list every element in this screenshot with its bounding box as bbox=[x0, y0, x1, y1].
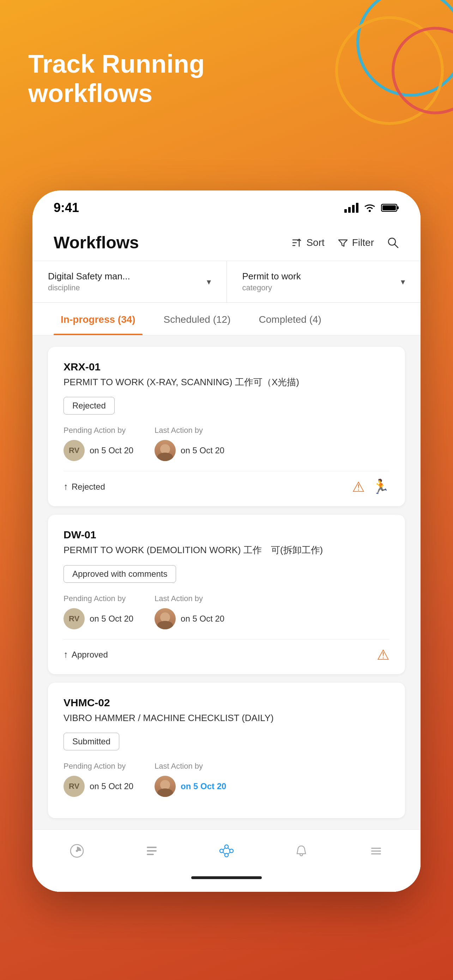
pending-label-dw01: Pending Action by bbox=[64, 594, 134, 603]
svg-line-23 bbox=[228, 848, 230, 850]
card-footer-xrx01: ↑ Rejected ⚠ 🏃 bbox=[64, 478, 389, 495]
workflow-list: XRX-01 PERMIT TO WORK (X-RAY, SCANNING) … bbox=[32, 336, 421, 829]
svg-rect-27 bbox=[371, 851, 381, 851]
svg-point-11 bbox=[388, 238, 396, 245]
last-date-vhmc02: on 5 Oct 20 bbox=[181, 781, 226, 791]
svg-rect-5 bbox=[352, 205, 354, 213]
pending-group-dw01: Pending Action by RV on 5 Oct 20 bbox=[64, 594, 134, 629]
svg-rect-26 bbox=[371, 848, 381, 849]
pending-group-vhmc02: Pending Action by RV on 5 Oct 20 bbox=[64, 762, 134, 797]
last-avatar-dw01 bbox=[154, 608, 176, 629]
svg-rect-6 bbox=[356, 203, 358, 213]
bell-icon bbox=[294, 843, 309, 859]
workflow-card-dw01[interactable]: DW-01 PERMIT TO WORK (DEMOLITION WORK) 工… bbox=[48, 515, 405, 674]
nav-dashboard[interactable] bbox=[62, 840, 92, 862]
pending-date-dw01: on 5 Oct 20 bbox=[90, 614, 134, 624]
home-indicator bbox=[32, 869, 421, 892]
search-icon bbox=[387, 236, 399, 249]
last-avatar-vhmc02 bbox=[154, 776, 176, 797]
pending-label-xrx01: Pending Action by bbox=[64, 426, 134, 435]
svg-line-24 bbox=[228, 852, 230, 854]
sort-label: Sort bbox=[306, 237, 324, 248]
discipline-sublabel: discipline bbox=[48, 283, 130, 293]
svg-point-14 bbox=[76, 850, 78, 852]
svg-line-12 bbox=[395, 245, 398, 248]
svg-point-21 bbox=[225, 853, 228, 857]
workflow-card-vhmc02[interactable]: VHMC-02 VIBRO HAMMER / MACHINE CHECKLIST… bbox=[48, 682, 405, 818]
tab-completed[interactable]: Completed (4) bbox=[252, 303, 329, 335]
svg-rect-28 bbox=[371, 853, 381, 854]
status-badge-dw01: Approved with comments bbox=[64, 565, 176, 583]
filter-icon bbox=[337, 237, 348, 248]
pending-avatar-dw01: RV bbox=[64, 608, 85, 629]
last-group-vhmc02: Last Action by on 5 Oct 20 bbox=[154, 762, 226, 797]
card-id-dw01: DW-01 bbox=[64, 529, 389, 541]
svg-rect-10 bbox=[382, 205, 396, 210]
status-icons bbox=[344, 203, 399, 213]
nav-bell[interactable] bbox=[286, 840, 316, 862]
svg-point-7 bbox=[369, 210, 371, 212]
card-title-vhmc02: VIBRO HAMMER / MACHINE CHECKLIST (DAILY) bbox=[64, 711, 389, 724]
wifi-icon bbox=[363, 203, 376, 213]
menu-icon bbox=[368, 843, 384, 859]
status-badge-vhmc02: Submitted bbox=[64, 733, 119, 750]
svg-rect-9 bbox=[397, 206, 399, 209]
svg-line-25 bbox=[223, 852, 225, 854]
card-icons-dw01: ⚠ bbox=[377, 647, 389, 663]
card-id-xrx01: XRX-01 bbox=[64, 361, 389, 373]
nav-menu[interactable] bbox=[361, 840, 391, 862]
last-user-xrx01: on 5 Oct 20 bbox=[154, 440, 224, 461]
pending-group-xrx01: Pending Action by RV on 5 Oct 20 bbox=[64, 426, 134, 461]
category-sublabel: category bbox=[242, 283, 301, 293]
bottom-nav bbox=[32, 829, 421, 869]
last-user-dw01: on 5 Oct 20 bbox=[154, 608, 224, 629]
running-icon-xrx01: 🏃 bbox=[372, 478, 389, 495]
action-row-dw01: Pending Action by RV on 5 Oct 20 Last Ac… bbox=[64, 594, 389, 629]
tab-inprogress[interactable]: In-progress (34) bbox=[54, 303, 143, 335]
svg-rect-16 bbox=[147, 850, 157, 851]
workflow-card-xrx01[interactable]: XRX-01 PERMIT TO WORK (X-RAY, SCANNING) … bbox=[48, 347, 405, 506]
pending-avatar-xrx01: RV bbox=[64, 440, 85, 461]
last-label-vhmc02: Last Action by bbox=[154, 762, 226, 771]
pending-date-xrx01: on 5 Oct 20 bbox=[90, 445, 134, 455]
discipline-chevron-icon: ▾ bbox=[207, 277, 211, 287]
svg-rect-3 bbox=[344, 209, 347, 213]
nav-list[interactable] bbox=[137, 840, 167, 862]
svg-rect-4 bbox=[348, 207, 351, 213]
discipline-value: Digital Safety man... bbox=[48, 271, 130, 282]
svg-point-20 bbox=[230, 849, 233, 853]
phone-frame: 9:41 bbox=[32, 191, 421, 892]
filter-button[interactable]: Filter bbox=[337, 237, 374, 248]
tab-scheduled[interactable]: Scheduled (12) bbox=[157, 303, 238, 335]
card-title-dw01: PERMIT TO WORK (DEMOLITION WORK) 工作 可(拆卸… bbox=[64, 544, 389, 556]
search-button[interactable] bbox=[387, 236, 399, 249]
category-filter[interactable]: Permit to work category ▾ bbox=[227, 261, 421, 302]
warning-icon-dw01: ⚠ bbox=[377, 647, 389, 663]
status-bar: 9:41 bbox=[32, 191, 421, 219]
tabs-row: In-progress (34) Scheduled (12) Complete… bbox=[32, 303, 421, 336]
status-time: 9:41 bbox=[54, 200, 79, 215]
discipline-filter[interactable]: Digital Safety man... discipline ▾ bbox=[32, 261, 227, 302]
sort-button[interactable]: Sort bbox=[291, 237, 324, 248]
sort-icon bbox=[291, 237, 303, 248]
category-value: Permit to work bbox=[242, 271, 301, 282]
app-header: Workflows Sort Filter bbox=[32, 219, 421, 261]
nav-workflow[interactable] bbox=[212, 840, 241, 862]
pending-label-vhmc02: Pending Action by bbox=[64, 762, 134, 771]
svg-line-22 bbox=[223, 848, 225, 850]
pending-date-vhmc02: on 5 Oct 20 bbox=[90, 781, 134, 791]
home-bar bbox=[191, 876, 262, 879]
action-row-vhmc02: Pending Action by RV on 5 Oct 20 Last Ac… bbox=[64, 762, 389, 797]
dashboard-icon bbox=[69, 843, 85, 859]
pending-user-vhmc02: RV on 5 Oct 20 bbox=[64, 776, 134, 797]
footer-status-xrx01: ↑ Rejected bbox=[64, 481, 105, 492]
last-avatar-xrx01 bbox=[154, 440, 176, 461]
svg-point-2 bbox=[393, 28, 453, 113]
svg-rect-15 bbox=[147, 846, 157, 848]
last-label-xrx01: Last Action by bbox=[154, 426, 224, 435]
header-actions: Sort Filter bbox=[291, 236, 399, 249]
hero-text: Track Running workflows bbox=[28, 49, 205, 108]
last-user-vhmc02: on 5 Oct 20 bbox=[154, 776, 226, 797]
signal-icon bbox=[344, 203, 358, 213]
battery-icon bbox=[381, 203, 399, 213]
